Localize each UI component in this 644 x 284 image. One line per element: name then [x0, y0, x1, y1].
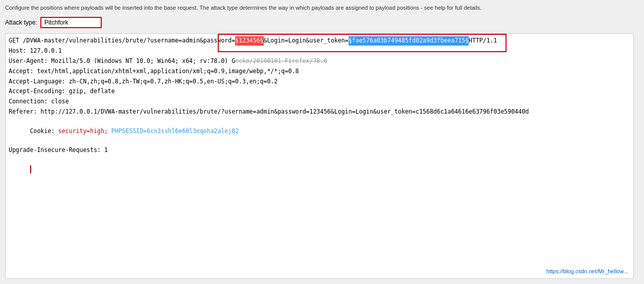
login-middle: &Login=Login&user_token=: [264, 36, 349, 46]
request-container: GET /DVWA-master/vulnerabilities/brute/?…: [5, 33, 634, 278]
cookie-prefix: Cookie:: [30, 127, 58, 135]
cookie-phpsessid: PHPSESSID=6cn3svhl6e60l3eqoha2alej82: [111, 127, 239, 135]
cookie-sep: ;: [104, 127, 111, 135]
request-line-1: GET /DVWA-master/vulnerabilities/brute/?…: [7, 36, 632, 46]
http-version: HTTP/1.1: [469, 36, 497, 46]
attack-type-input[interactable]: [40, 17, 102, 28]
request-line-10: Upgrade-Insecure-Requests: 1: [7, 145, 632, 156]
payload-marker-1: §123456§: [235, 36, 263, 46]
request-line-2: Host: 127.0.0.1: [7, 46, 632, 56]
user-agent-strikethrough: ecko/20100101 Firefox/78.0: [235, 57, 327, 64]
request-line-8: Referer: http://127.0.0.1/DVWA-master/vu…: [7, 107, 632, 117]
get-prefix: GET /DVWA-master/vulnerabilities/brute/?…: [9, 36, 235, 46]
cursor-line: [7, 156, 632, 184]
attack-type-label: Attack type:: [5, 19, 37, 26]
watermark: https://blog.csdn.net/Mr_hellow...: [546, 268, 628, 274]
user-agent-prefix: User-Agent: Mozilla/5.0 (Windows NT 10.0…: [9, 57, 235, 64]
attack-type-row: Attack type:: [5, 17, 639, 28]
description-text: Configure the positions where payloads w…: [5, 4, 639, 12]
request-line-9: Cookie: security=high; PHPSESSID=6cn3svh…: [7, 117, 632, 145]
cursor: [30, 165, 35, 173]
request-line-7: Connection: close: [7, 97, 632, 107]
request-line-5: Accept-Language: zh-CN,zh;q=0.8,zh-TW;q=…: [7, 77, 632, 87]
cookie-security: security=high: [58, 127, 104, 135]
empty-area: [7, 184, 632, 276]
request-line-6: Accept-Encoding: gzip, deflate: [7, 86, 632, 97]
request-line-4: Accept: text/html,application/xhtml+xml,…: [7, 67, 632, 77]
request-line-3: User-Agent: Mozilla/5.0 (Windows NT 10.0…: [7, 56, 632, 67]
page-wrapper: Configure the positions where payloads w…: [0, 0, 644, 284]
payload-marker-2: §fae576a03b749485fd02a9d3fbeea715§: [349, 36, 469, 46]
